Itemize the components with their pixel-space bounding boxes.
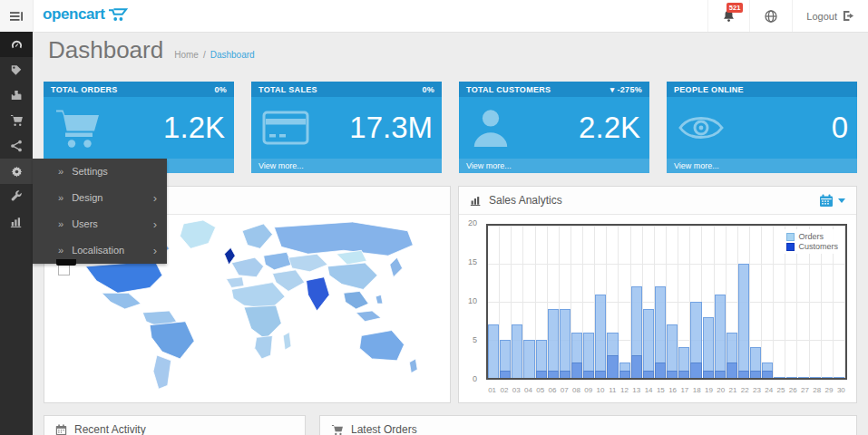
globe-icon (764, 9, 778, 24)
customers-bar (619, 371, 630, 378)
x-axis-label: 15 (655, 386, 667, 397)
x-axis-label: 13 (630, 386, 642, 397)
x-axis-label: 23 (751, 386, 763, 397)
customers-bar (690, 362, 701, 378)
breadcrumb-home[interactable]: Home (174, 50, 199, 60)
customers-bar (536, 371, 547, 378)
sidebar-item-sales[interactable] (0, 108, 33, 133)
sidebar-item-catalog[interactable] (0, 57, 33, 82)
tile-value: 17.3M (349, 97, 433, 159)
menu-toggle-button[interactable] (0, 0, 34, 32)
view-more-link[interactable]: View more... (251, 159, 442, 173)
tag-icon (10, 63, 23, 76)
bar-slot (738, 226, 750, 378)
sidebar-item-reports[interactable] (0, 209, 33, 235)
x-axis-label: 20 (715, 386, 727, 397)
bar-slot (667, 226, 678, 378)
customers-bar (560, 371, 571, 378)
menu-item-users[interactable]: »Users › (33, 211, 167, 237)
x-axis-label: 08 (571, 386, 582, 397)
menu-item-localisation[interactable]: »Localisation › (33, 237, 167, 264)
orders-bar (798, 377, 809, 378)
tile-title: TOTAL ORDERS (51, 85, 118, 94)
tile-value: 0 (832, 97, 848, 159)
menu-item-settings[interactable]: »Settings (33, 159, 167, 185)
panel-title: Recent Activity (74, 423, 146, 435)
bar-slot (750, 226, 762, 378)
tile-delta: ▾ -275% (610, 85, 642, 94)
double-arrow-icon: » (58, 166, 63, 177)
x-axis-label: 26 (787, 386, 799, 397)
chevron-right-icon: › (153, 211, 157, 237)
y-axis-label: 5 (473, 335, 477, 344)
panel-title: Latest Orders (351, 423, 417, 435)
bar-slot (512, 226, 523, 378)
legend-label: Orders (798, 232, 824, 241)
bar-slot (571, 226, 583, 378)
x-axis-label: 10 (594, 386, 606, 397)
customers-bar (738, 371, 749, 378)
x-axis-label: 14 (642, 386, 654, 397)
breadcrumb: Home / Dashboard (174, 50, 254, 60)
sidebar-item-extensions[interactable] (0, 82, 33, 108)
double-arrow-icon: » (58, 192, 63, 203)
y-axis: 05101520 (459, 224, 483, 380)
orders-bar (774, 377, 785, 378)
view-more-link[interactable]: View more... (459, 159, 649, 173)
sales-analytics-chart: 05101520 0102030405060708091011121314151… (459, 215, 856, 403)
orders-bar (523, 340, 534, 378)
calendar-icon (819, 194, 834, 208)
orders-bar (548, 309, 559, 378)
customers-bar (583, 371, 594, 378)
x-axis-label: 05 (534, 386, 546, 397)
bar-slot (703, 226, 715, 378)
sidebar-item-marketing[interactable] (0, 133, 33, 159)
x-axis-label: 12 (619, 386, 630, 397)
latest-orders-panel: Latest Orders (319, 415, 857, 435)
bar-slot (619, 226, 631, 378)
recent-activity-header: Recent Activity (44, 416, 305, 435)
x-axis-label: 04 (522, 386, 534, 397)
tile-title: TOTAL CUSTOMERS (466, 85, 551, 94)
bar-slot (762, 226, 774, 378)
bar-slot (548, 226, 560, 378)
bar-slot (607, 226, 619, 378)
chevron-right-icon: › (153, 185, 157, 211)
bar-slot (500, 226, 512, 378)
x-axis-label: 09 (582, 386, 594, 397)
x-axis-label: 19 (703, 386, 715, 397)
orders-bar (488, 324, 499, 378)
menu-item-design[interactable]: »Design › (33, 185, 167, 211)
notification-badge: 521 (727, 3, 744, 13)
tile-total-sales: TOTAL SALES0% 17.3M View more... (251, 82, 442, 173)
sidebar-item-dashboard[interactable] (0, 32, 33, 57)
x-axis-label: 07 (559, 386, 571, 397)
bar-slot (690, 226, 702, 378)
tile-value: 2.2K (579, 97, 640, 159)
share-icon (10, 140, 23, 152)
logo-text: opencart (43, 5, 105, 24)
legend-swatch (786, 243, 795, 251)
bar-slot (643, 226, 655, 378)
storefront-button[interactable] (749, 0, 792, 32)
notifications-button[interactable]: 521 (707, 0, 749, 32)
date-range-button[interactable] (819, 194, 845, 208)
dashboard-icon (10, 38, 24, 52)
logout-label: Logout (806, 11, 837, 22)
x-axis-label: 16 (667, 386, 678, 397)
y-axis-label: 15 (468, 257, 477, 266)
x-axis-label: 25 (775, 386, 786, 397)
sidebar-item-tools[interactable] (0, 184, 33, 209)
chevron-right-icon: › (153, 237, 157, 264)
person-icon (470, 106, 512, 150)
orders-bar (810, 377, 821, 378)
page-head: Dashboard Home / Dashboard (48, 36, 255, 64)
logout-button[interactable]: Logout (792, 0, 868, 32)
x-axis-label: 11 (607, 386, 619, 397)
tile-delta: 0% (214, 85, 227, 94)
bar-slot (631, 226, 643, 378)
breadcrumb-current[interactable]: Dashboard (210, 50, 255, 60)
view-more-link[interactable]: View more... (667, 159, 857, 173)
logo[interactable]: opencart (43, 5, 128, 24)
sidebar-item-system[interactable] (0, 159, 33, 184)
